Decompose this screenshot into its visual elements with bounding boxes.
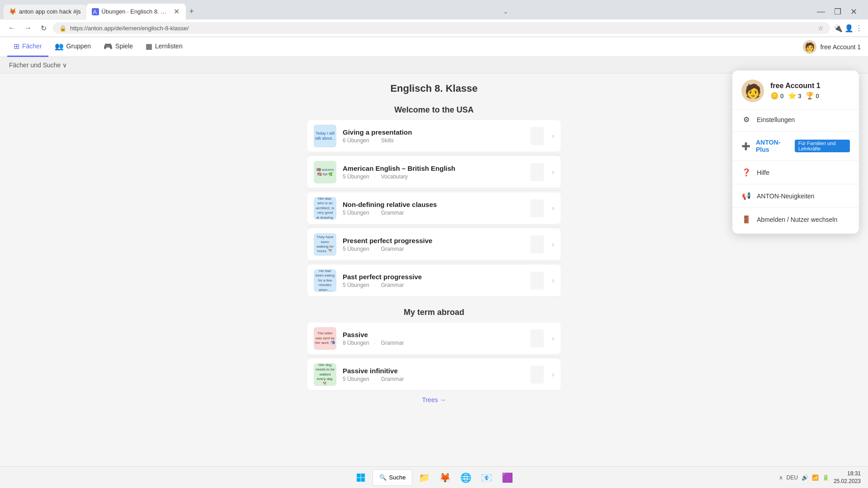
- dp-stars: ⭐ 3: [788, 92, 801, 100]
- thumb-text-1: Today I will talk about...: [315, 131, 335, 141]
- tab-active[interactable]: A Übungen · Englisch 8. Klasse ✕: [86, 4, 186, 19]
- gruppen-icon: 👥: [55, 42, 64, 51]
- dp-menu-einstellungen[interactable]: ⚙ Einstellungen: [732, 110, 859, 129]
- taskbar-right: ∧ DEU 🔊 📶 🔋 18:31 25.02.2023: [779, 470, 861, 485]
- lesson-category-5: Grammar: [381, 282, 404, 288]
- lesson-title-6: Passive: [343, 331, 530, 338]
- taskbar-search[interactable]: 🔍 Suche: [373, 469, 413, 486]
- minimize-button[interactable]: —: [813, 6, 829, 17]
- lesson-title-1: Giving a presentation: [343, 128, 530, 136]
- nav-item-lernlisten[interactable]: ▦ Lernlisten: [139, 37, 189, 57]
- nav-item-facher[interactable]: ⊞ Fächer: [7, 37, 48, 57]
- lesson-thumb-5: He had been eating for a few minutes whe…: [314, 269, 336, 292]
- lesson-item-4[interactable]: They have been walking for hours. 🐕 Pres…: [307, 229, 561, 261]
- taskbar-network-icon[interactable]: 📶: [812, 474, 819, 481]
- address-icons: ☆: [818, 24, 824, 32]
- lesson-info-3: Non-defining relative clauses 5 Übungen …: [343, 201, 530, 216]
- refresh-button[interactable]: ↻: [38, 23, 49, 33]
- dp-menu-neuigkeiten[interactable]: 📢 ANTON-Neuigkeiten: [732, 186, 859, 206]
- settings-icon[interactable]: ⋮: [855, 24, 863, 33]
- taskbar-battery-icon[interactable]: 🔋: [822, 474, 829, 481]
- start-button[interactable]: [352, 469, 370, 487]
- taskbar-mail[interactable]: 📧: [477, 469, 495, 487]
- taskbar-lang: DEU: [787, 474, 798, 481]
- trees-link[interactable]: Trees →: [0, 396, 868, 404]
- lesson-meta-5: 5 Übungen · Grammar: [343, 282, 530, 288]
- breadcrumb-link[interactable]: Fächer und Suche ∨: [9, 61, 67, 69]
- lesson-arrow-3: ›: [552, 204, 554, 212]
- lesson-arrow-7: ›: [552, 371, 554, 379]
- lesson-item-7[interactable]: Her dog needs to be walked every day. 🐕 …: [307, 359, 561, 391]
- extensions-icon[interactable]: 🔌: [834, 24, 843, 33]
- taskbar-firefox[interactable]: 🦊: [436, 469, 454, 487]
- profile-icon-browser[interactable]: 👤: [844, 24, 854, 33]
- taskbar-chevron-icon[interactable]: ∧: [779, 474, 783, 481]
- lesson-lock-4: [530, 235, 544, 253]
- lesson-lock-6: [530, 329, 544, 347]
- taskbar-clock[interactable]: 18:31 25.02.2023: [834, 470, 861, 485]
- lesson-item-1[interactable]: Today I will talk about... Giving a pres…: [307, 120, 561, 152]
- nav-item-gruppen[interactable]: 👥 Gruppen: [48, 37, 97, 57]
- restore-button[interactable]: ❐: [830, 6, 845, 18]
- facher-icon: ⊞: [14, 42, 19, 51]
- address-text: https://anton.app/de/lernen/englisch-8-k…: [70, 25, 189, 32]
- taskbar-browser[interactable]: 🌐: [457, 469, 475, 487]
- lesson-item-6[interactable]: The letter was sent by her aunt. 📬 Passi…: [307, 323, 561, 355]
- dp-menu-abmelden[interactable]: 🚪 Abmelden / Nutzer wechseln: [732, 210, 859, 229]
- taskbar-volume-icon[interactable]: 🔊: [802, 474, 808, 481]
- taskbar-date: 25.02.2023: [834, 478, 861, 485]
- trophy-icon: 🏆: [806, 92, 814, 100]
- address-bar[interactable]: 🔒 https://anton.app/de/lernen/englisch-8…: [53, 22, 830, 34]
- lesson-item-5[interactable]: He had been eating for a few minutes whe…: [307, 265, 561, 297]
- user-menu-trigger[interactable]: 🧑 free Account 1: [803, 40, 861, 54]
- spiele-icon: 🎮: [104, 42, 113, 51]
- dp-menu-antonplus[interactable]: ➕ ANTON-Plus Für Familien und Lehrkräfte: [732, 133, 859, 159]
- lesson-meta-6: 8 Übungen · Grammar: [343, 340, 530, 346]
- divider-4: [307, 263, 561, 263]
- lesson-info-2: American English – British English 5 Übu…: [343, 164, 530, 180]
- back-button[interactable]: ←: [5, 23, 18, 33]
- tab-other[interactable]: 🦊 anton app coin hack #js: [4, 5, 86, 19]
- lesson-ubungen-6: 8 Übungen: [343, 340, 369, 346]
- tab-overflow-button[interactable]: ⌄: [500, 6, 512, 17]
- nav-username: free Account 1: [820, 43, 861, 51]
- lesson-category-3: Grammar: [381, 210, 404, 216]
- lesson-lock-3: [530, 199, 544, 217]
- divider-1: [307, 154, 561, 155]
- forward-button[interactable]: →: [22, 23, 34, 33]
- lesson-category-1: Skills: [381, 137, 394, 144]
- lesson-item-3[interactable]: Her dad, who is an architect, is very go…: [307, 192, 561, 225]
- dp-profile: 🧑 free Account 1 🪙 0 ⭐ 3 🏆 0: [732, 80, 859, 110]
- close-button[interactable]: ✕: [847, 6, 861, 18]
- taskbar-center: 🔍 Suche 📁 🦊 🌐 📧 🟪: [352, 469, 517, 487]
- section-title-2: My term abroad: [0, 308, 868, 317]
- lesson-info-5: Past perfect progressive 5 Übungen · Gra…: [343, 273, 530, 288]
- dp-avatar: 🧑: [741, 80, 764, 102]
- windows-logo-icon: [356, 473, 365, 482]
- taskbar-file-explorer[interactable]: 📁: [415, 469, 433, 487]
- dp-menu-hilfe[interactable]: ❓ Hilfe: [732, 163, 859, 182]
- tab-close-button[interactable]: ✕: [173, 7, 180, 16]
- lesson-category-7: Grammar: [381, 376, 404, 382]
- dp-menu-einstellungen-label: Einstellungen: [757, 116, 850, 123]
- lesson-lock-7: [530, 366, 544, 384]
- lesson-item-2[interactable]: 🇬🇧 autumn🇺🇸 fall 🌿 American English – Br…: [307, 156, 561, 188]
- star-icon[interactable]: ☆: [818, 24, 824, 32]
- dp-stars-value: 3: [798, 93, 801, 99]
- new-tab-button[interactable]: +: [186, 5, 198, 18]
- nav-item-spiele[interactable]: 🎮 Spiele: [97, 37, 139, 57]
- dp-divider-3: [732, 184, 859, 184]
- lesson-category-6: Grammar: [381, 340, 404, 346]
- lernlisten-icon: ▦: [146, 42, 152, 51]
- lock-icon: 🔒: [59, 25, 66, 32]
- lesson-lock-5: [530, 272, 544, 290]
- lesson-title-5: Past perfect progressive: [343, 273, 530, 281]
- lesson-info-6: Passive 8 Übungen · Grammar: [343, 331, 530, 346]
- divider-3: [307, 226, 561, 227]
- taskbar-teams[interactable]: 🟪: [498, 469, 516, 487]
- lesson-ubungen-4: 5 Übungen: [343, 246, 369, 252]
- svg-rect-2: [357, 478, 361, 482]
- dp-menu-abmelden-label: Abmelden / Nutzer wechseln: [757, 216, 850, 223]
- window-controls: — ❐ ✕: [813, 6, 864, 18]
- abmelden-icon: 🚪: [741, 215, 751, 224]
